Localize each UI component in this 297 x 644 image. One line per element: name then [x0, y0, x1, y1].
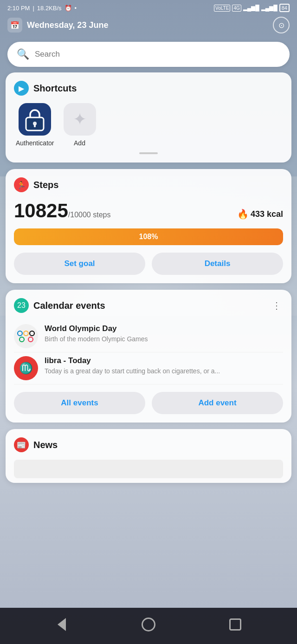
shortcuts-header: ▶ Shortcuts [14, 81, 283, 96]
calendar-widget-icon: 📅 [7, 18, 22, 33]
shortcuts-title: Shortcuts [33, 83, 283, 94]
authenticator-icon-box: .shortcut-icon-box { background: #1e3d7a… [19, 103, 51, 136]
set-goal-button[interactable]: Set goal [14, 253, 145, 275]
news-title: News [33, 440, 283, 450]
network-speed-value: 18.2KB/s [37, 5, 62, 12]
add-label: Add [74, 139, 85, 147]
search-icon: 🔍 [17, 48, 29, 60]
add-icon: ✦ [73, 110, 87, 129]
kcal-value: 433 kcal [251, 209, 283, 219]
calendar-more-button[interactable]: ⋮ [270, 300, 283, 311]
steps-count: 10825 [14, 200, 68, 221]
battery-icon: 84 [279, 4, 290, 12]
search-bar[interactable]: 🔍 [7, 42, 290, 67]
home-icon [142, 618, 155, 631]
calendar-card: 23 Calendar events ⋮ World Olympic Day [6, 290, 291, 423]
shortcuts-card: ▶ Shortcuts .shortcu [6, 72, 291, 163]
steps-icon: 🏃 [14, 177, 29, 192]
home-button[interactable] [138, 614, 159, 635]
shortcuts-icon: ▶ [14, 81, 29, 96]
signal-bars-2: ▂▄▆█ [261, 5, 278, 11]
bottom-nav [0, 608, 297, 644]
all-events-button[interactable]: All events [14, 392, 145, 414]
olympic-avatar [14, 324, 38, 348]
news-placeholder [14, 460, 283, 478]
steps-title: Steps [33, 180, 283, 190]
news-header: 📰 News [14, 437, 283, 452]
alarm-icon: ⏰ [65, 5, 72, 12]
steps-btn-row: Set goal Details [14, 253, 283, 275]
steps-card: 🏃 Steps 10825/10000 steps 🔥 433 kcal 108… [6, 169, 291, 283]
event-libra[interactable]: ♏ libra - Today Today is a great day to … [14, 352, 283, 384]
lock-icon [24, 107, 45, 131]
fire-icon: 🔥 [237, 208, 249, 220]
network-4g: 4G [232, 5, 241, 12]
steps-header: 🏃 Steps [14, 177, 283, 192]
status-bar: 2:10 PM | 18.2KB/s ⏰ • VoLTE 4G ▂▄▆█ ▂▄▆… [0, 0, 297, 15]
event-olympic[interactable]: World Olympic Day Birth of the modern Ol… [14, 320, 283, 352]
calendar-title: Calendar events [33, 300, 265, 311]
steps-goal: /10000 steps [68, 211, 111, 219]
details-button[interactable]: Details [152, 253, 283, 275]
steps-kcal: 🔥 433 kcal [237, 208, 283, 220]
back-button[interactable] [52, 614, 72, 635]
olympic-event-desc: Birth of the modern Olympic Games [45, 335, 283, 343]
settings-icon: ⊙ [278, 21, 284, 30]
recents-icon [229, 618, 241, 631]
steps-progress-bar-fill: 108% [14, 228, 283, 245]
shortcuts-grid: .shortcut-icon-box { background: #1e3d7a… [14, 103, 283, 147]
calendar-badge: 23 [14, 298, 29, 313]
add-shortcut[interactable]: ✦ Add [64, 103, 96, 147]
libra-event-desc: Today is a great day to start cutting ba… [45, 367, 283, 375]
add-icon-box: ✦ [64, 103, 96, 136]
volte-icon: VoLTE [214, 5, 230, 12]
network-speed: | [32, 5, 34, 12]
date-display: Wednesday, 23 June [27, 20, 108, 30]
news-card: 📰 News [6, 429, 291, 483]
search-input[interactable] [35, 50, 280, 59]
calendar-header: 23 Calendar events ⋮ [14, 298, 283, 313]
libra-avatar: ♏ [14, 356, 38, 380]
date-bar: 📅 Wednesday, 23 June ⊙ [0, 15, 297, 38]
progress-label: 108% [139, 233, 158, 241]
calendar-badge-number: 23 [17, 301, 26, 310]
recents-button[interactable] [225, 614, 245, 635]
settings-button[interactable]: ⊙ [273, 17, 290, 33]
signal-bars-1: ▂▄▆█ [243, 5, 259, 11]
status-right: VoLTE 4G ▂▄▆█ ▂▄▆█ 84 [214, 4, 290, 12]
steps-progress-bar-bg: 108% [14, 228, 283, 245]
add-event-button[interactable]: Add event [152, 392, 283, 414]
svg-rect-3 [34, 124, 36, 127]
libra-event-title: libra - Today [45, 356, 283, 365]
status-left: 2:10 PM | 18.2KB/s ⏰ • [7, 5, 77, 12]
time-display: 2:10 PM [7, 5, 30, 12]
authenticator-label: Authenticator [16, 139, 54, 147]
olympic-event-title: World Olympic Day [45, 324, 283, 333]
back-icon [58, 618, 66, 631]
steps-main: 10825/10000 steps 🔥 433 kcal [14, 200, 283, 222]
authenticator-shortcut[interactable]: .shortcut-icon-box { background: #1e3d7a… [16, 103, 54, 147]
scroll-indicator [14, 152, 283, 154]
calendar-btn-row: All events Add event [14, 392, 283, 414]
dot-separator: • [75, 5, 77, 12]
news-icon: 📰 [14, 437, 29, 452]
